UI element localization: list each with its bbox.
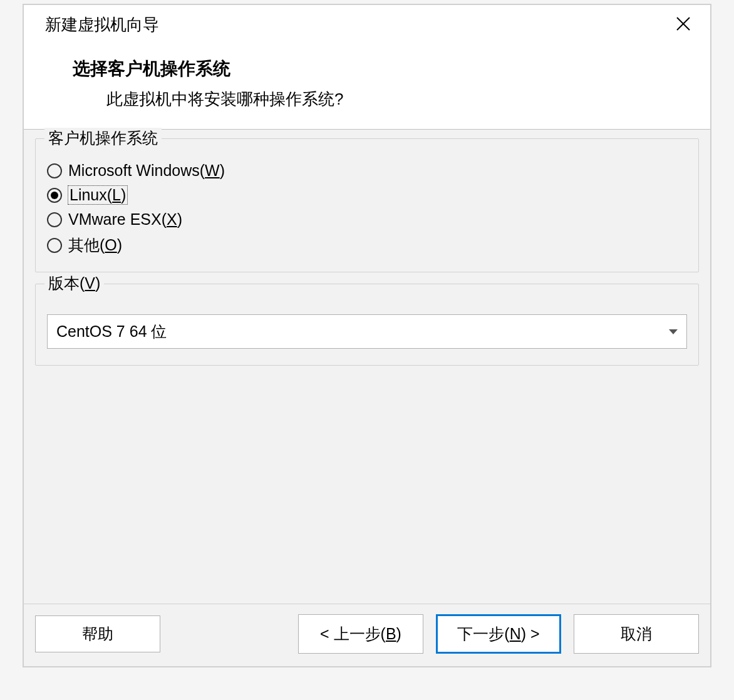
header-section: 选择客户机操作系统 此虚拟机中将安装哪种操作系统?: [24, 44, 710, 129]
help-button[interactable]: 帮助: [35, 615, 160, 652]
version-select-value: CentOS 7 64 位: [56, 321, 167, 342]
content-spacer: [35, 377, 699, 595]
chevron-down-icon: [669, 329, 678, 334]
radio-label: Linux(L): [68, 186, 127, 204]
guest-os-radio-group: Microsoft Windows(W) Linux(L) VMware ESX…: [47, 157, 687, 255]
back-button[interactable]: < 上一步(B): [298, 614, 423, 654]
guest-os-fieldset: 客户机操作系统 Microsoft Windows(W) Linux(L) VM…: [35, 138, 699, 272]
radio-icon: [47, 238, 62, 253]
button-bar: 帮助 < 上一步(B) 下一步(N) > 取消: [24, 604, 710, 666]
cancel-button[interactable]: 取消: [574, 614, 699, 654]
radio-icon: [47, 212, 62, 227]
radio-label: VMware ESX(X): [68, 210, 182, 229]
titlebar: 新建虚拟机向导: [24, 5, 710, 44]
radio-item-windows[interactable]: Microsoft Windows(W): [47, 162, 687, 180]
next-button[interactable]: 下一步(N) >: [436, 614, 561, 654]
close-icon[interactable]: [669, 15, 698, 35]
radio-icon: [47, 188, 62, 203]
guest-os-legend: 客户机操作系统: [44, 128, 162, 148]
radio-icon: [47, 163, 62, 178]
content-area: 客户机操作系统 Microsoft Windows(W) Linux(L) VM…: [24, 130, 710, 604]
radio-item-other[interactable]: 其他(O): [47, 235, 687, 255]
radio-label: Microsoft Windows(W): [68, 162, 225, 180]
page-title: 选择客户机操作系统: [73, 57, 689, 81]
version-select[interactable]: CentOS 7 64 位: [47, 314, 687, 349]
wizard-dialog: 新建虚拟机向导 选择客户机操作系统 此虚拟机中将安装哪种操作系统? 客户机操作系…: [23, 4, 711, 667]
page-subtitle: 此虚拟机中将安装哪种操作系统?: [73, 88, 689, 110]
version-select-container: CentOS 7 64 位: [47, 302, 687, 349]
radio-item-linux[interactable]: Linux(L): [47, 186, 687, 204]
radio-label: 其他(O): [68, 235, 122, 255]
dialog-title: 新建虚拟机向导: [45, 14, 159, 36]
version-fieldset: 版本(V) CentOS 7 64 位: [35, 284, 699, 366]
radio-item-vmware-esx[interactable]: VMware ESX(X): [47, 210, 687, 229]
version-legend: 版本(V): [44, 273, 104, 294]
nav-button-group: < 上一步(B) 下一步(N) > 取消: [298, 614, 699, 654]
